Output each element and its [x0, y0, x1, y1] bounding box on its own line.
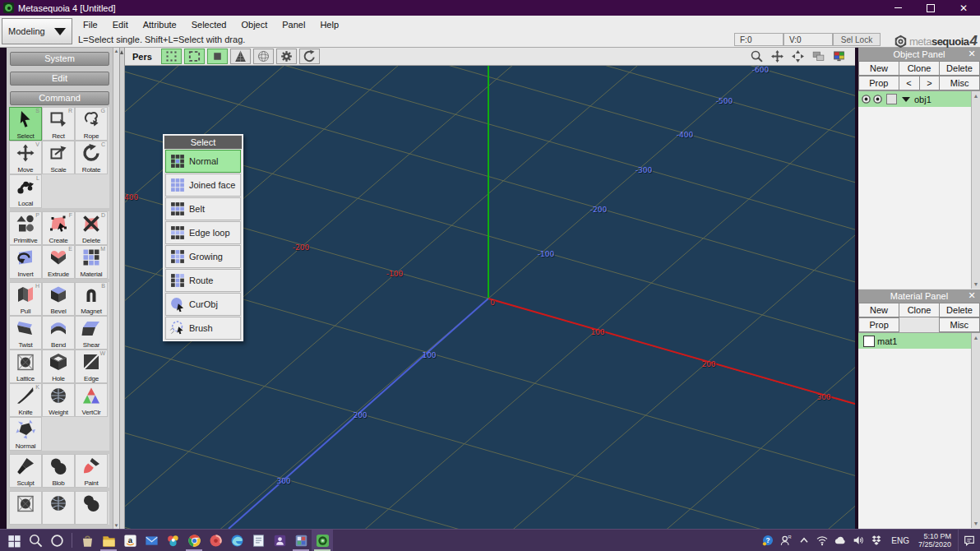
- tool-normal[interactable]: Normal: [9, 417, 42, 451]
- tray-show-hidden-icons[interactable]: [795, 530, 813, 551]
- select-mode-growing[interactable]: Growing: [165, 245, 241, 268]
- pan-view-button[interactable]: [768, 49, 786, 64]
- menu-selected[interactable]: Selected: [184, 20, 234, 30]
- object-delete-button[interactable]: Delete: [939, 61, 980, 76]
- tool-sculpt[interactable]: Sculpt: [9, 454, 42, 488]
- sidebar-scrollbar[interactable]: ▲ ▼: [113, 48, 119, 529]
- wireframe-view-button[interactable]: [253, 49, 274, 64]
- select-popup-title[interactable]: Select: [164, 136, 242, 149]
- object-clone-button[interactable]: Clone: [899, 61, 940, 76]
- tray-onedrive[interactable]: [831, 530, 849, 551]
- close-icon[interactable]: ✕: [966, 289, 978, 303]
- tool-create[interactable]: FCreate: [42, 211, 75, 245]
- sidebar-header-edit[interactable]: Edit: [10, 72, 109, 86]
- tool-extrude[interactable]: EExtrude: [42, 245, 75, 279]
- tray-wifi[interactable]: [813, 530, 831, 551]
- taskbar-paint-3d[interactable]: [162, 530, 183, 551]
- material-list-item[interactable]: mat1: [858, 333, 971, 349]
- tool-partial[interactable]: [42, 491, 75, 525]
- material-misc-button[interactable]: Misc: [939, 317, 980, 332]
- view-mode-label[interactable]: Pers: [132, 52, 152, 62]
- menu-panel[interactable]: Panel: [275, 20, 312, 30]
- menu-object[interactable]: Object: [233, 20, 275, 30]
- select-mode-brush[interactable]: Brush: [165, 317, 241, 340]
- select-lines-button[interactable]: [184, 49, 205, 64]
- zoom-view-button[interactable]: [747, 49, 765, 64]
- menu-edit[interactable]: Edit: [105, 20, 136, 30]
- taskbar-app-mosaic[interactable]: [290, 530, 312, 551]
- visibility-eye-icon[interactable]: [872, 94, 883, 104]
- select-mode-joined-face[interactable]: Joined face: [165, 174, 241, 197]
- object-panel-title[interactable]: Object Panel✕: [858, 48, 980, 61]
- tool-hole[interactable]: Hole: [42, 350, 75, 383]
- tool-material[interactable]: MMaterial: [75, 245, 108, 279]
- tool-primitive[interactable]: PPrimitive: [9, 211, 42, 245]
- material-list-scrollbar[interactable]: ▲▼: [971, 333, 980, 528]
- select-points-button[interactable]: [161, 49, 182, 64]
- material-clone-button[interactable]: Clone: [899, 303, 940, 317]
- tool-invert[interactable]: Invert: [9, 245, 42, 279]
- menu-file[interactable]: File: [76, 20, 105, 30]
- tool-vertclr[interactable]: VertClr: [75, 383, 108, 417]
- tool-lattice[interactable]: Lattice: [9, 350, 42, 383]
- material-color-swatch[interactable]: [863, 336, 875, 347]
- tool-scale[interactable]: Scale: [42, 141, 75, 174]
- menu-attribute[interactable]: Attribute: [136, 20, 184, 30]
- taskbar-edge[interactable]: [226, 530, 247, 551]
- sidebar-header-command[interactable]: Command: [10, 91, 109, 105]
- object-new-button[interactable]: New: [858, 61, 899, 76]
- close-icon[interactable]: ✕: [966, 48, 978, 61]
- tool-delete[interactable]: DDelete: [75, 211, 108, 245]
- select-mode-belt[interactable]: Belt: [165, 197, 241, 220]
- tool-partial[interactable]: [75, 491, 108, 525]
- orbit-view-button[interactable]: [788, 49, 807, 64]
- taskbar-start[interactable]: [3, 530, 25, 551]
- tool-twist[interactable]: Twist: [9, 316, 42, 350]
- scroll-up-icon[interactable]: ▲: [113, 49, 119, 53]
- sel-lock-toggle[interactable]: Sel Lock: [833, 33, 881, 46]
- taskbar-file-explorer[interactable]: [98, 530, 119, 551]
- single-view-button[interactable]: [809, 49, 827, 64]
- tool-edge[interactable]: WEdge: [75, 350, 108, 383]
- scroll-down-icon[interactable]: ▼: [113, 523, 119, 528]
- mode-selector[interactable]: Modeling: [2, 18, 72, 44]
- tool-rect[interactable]: RRect: [42, 107, 75, 141]
- tool-pull[interactable]: HPull: [9, 282, 42, 316]
- tool-move[interactable]: VMove: [9, 141, 42, 174]
- taskbar-mail[interactable]: [141, 530, 162, 551]
- language-indicator[interactable]: ENG: [885, 536, 915, 545]
- material-prop-button[interactable]: Prop: [858, 317, 899, 332]
- tool-partial[interactable]: [9, 491, 42, 525]
- object-prop-button[interactable]: Prop: [858, 76, 899, 90]
- expand-caret-icon[interactable]: [902, 97, 910, 102]
- tool-shear[interactable]: Shear: [75, 316, 108, 350]
- taskbar-metasequoia[interactable]: [312, 530, 333, 551]
- taskbar-notepad[interactable]: [247, 530, 269, 551]
- scroll-down-icon[interactable]: ▼: [972, 521, 980, 526]
- taskbar-app-purple[interactable]: [269, 530, 290, 551]
- select-faces-button[interactable]: [207, 49, 228, 64]
- scroll-up-icon[interactable]: ▲: [972, 93, 980, 99]
- object-list-scrollbar[interactable]: ▲▼: [971, 91, 980, 289]
- tool-rotate[interactable]: CRotate: [75, 141, 108, 174]
- panel-splitter[interactable]: [119, 48, 125, 529]
- maximize-button[interactable]: [914, 0, 947, 16]
- sidebar-header-system[interactable]: System: [10, 52, 109, 66]
- tool-paint[interactable]: Paint: [75, 454, 108, 488]
- close-button[interactable]: ✕: [947, 0, 980, 16]
- tray-dropbox[interactable]: [867, 530, 885, 551]
- tool-local[interactable]: LLocal: [9, 174, 42, 208]
- object-misc-button[interactable]: Misc: [939, 76, 980, 90]
- taskbar-search[interactable]: [25, 530, 46, 551]
- taskbar-store[interactable]: [76, 530, 98, 551]
- taskbar-amazon[interactable]: a: [119, 530, 141, 551]
- taskbar-clock[interactable]: 5:10 PM 7/25/2020: [915, 532, 958, 549]
- select-mode-normal[interactable]: Normal: [165, 150, 241, 173]
- lock-checkbox[interactable]: [886, 94, 897, 104]
- taskbar-cortana[interactable]: [46, 530, 67, 551]
- tool-select[interactable]: SSelect: [9, 107, 42, 141]
- material-new-button[interactable]: New: [858, 303, 899, 317]
- object-next-button[interactable]: >: [919, 76, 941, 90]
- tool-rope[interactable]: GRope: [75, 107, 108, 141]
- taskbar-chrome[interactable]: [183, 530, 205, 551]
